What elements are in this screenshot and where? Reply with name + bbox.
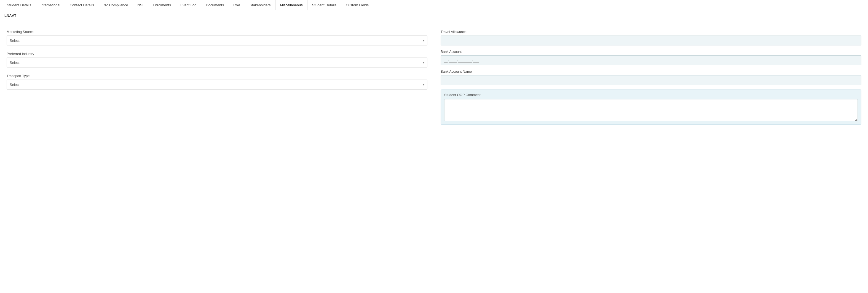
tab-international[interactable]: International [36, 0, 65, 10]
tab-student-details-1[interactable]: Student Details [2, 0, 36, 10]
student-oop-comment-section: Student OOP Comment [441, 89, 861, 125]
marketing-source-wrapper: Select ▾ [7, 36, 427, 45]
tab-event-log[interactable]: Event Log [176, 0, 201, 10]
tab-custom-fields[interactable]: Custom Fields [341, 0, 373, 10]
travel-allowance-label: Travel Allowance [441, 30, 861, 34]
transport-type-label: Transport Type [7, 74, 427, 78]
transport-type-wrapper: Select ▾ [7, 80, 427, 89]
student-oop-comment-label: Student OOP Comment [444, 93, 858, 97]
tab-contact-details[interactable]: Contact Details [65, 0, 99, 10]
preferred-industry-wrapper: Select ▾ [7, 58, 427, 68]
section-label: LNAAT [0, 10, 868, 21]
preferred-industry-label: Preferred Industry [7, 52, 427, 56]
travel-allowance-input[interactable] [441, 36, 861, 45]
tab-stakeholders[interactable]: Stakeholders [245, 0, 275, 10]
bank-account-input[interactable] [441, 56, 861, 65]
marketing-source-group: Marketing Source Select ▾ [7, 30, 427, 45]
tab-student-details-2[interactable]: Student Details [307, 0, 341, 10]
preferred-industry-select[interactable]: Select [7, 58, 427, 68]
student-oop-comment-textarea[interactable] [444, 99, 858, 121]
bank-account-name-label: Bank Account Name [441, 70, 861, 74]
travel-allowance-group: Travel Allowance [441, 30, 861, 45]
bank-account-name-input[interactable] [441, 75, 861, 85]
tab-miscellaneous[interactable]: Miscellaneous [275, 0, 307, 10]
left-column: Marketing Source Select ▾ Preferred Indu… [7, 30, 427, 125]
preferred-industry-group: Preferred Industry Select ▾ [7, 52, 427, 68]
tab-roa[interactable]: RoA [228, 0, 245, 10]
tab-navigation: Student Details International Contact De… [0, 0, 868, 10]
tab-documents[interactable]: Documents [201, 0, 228, 10]
right-column: Travel Allowance Bank Account Bank Accou… [441, 30, 861, 125]
transport-type-select[interactable]: Select [7, 80, 427, 89]
transport-type-group: Transport Type Select ▾ [7, 74, 427, 89]
tab-enrolments[interactable]: Enrolments [148, 0, 176, 10]
bank-account-label: Bank Account [441, 50, 861, 54]
tab-nsi[interactable]: NSI [133, 0, 148, 10]
main-content: Marketing Source Select ▾ Preferred Indu… [0, 21, 868, 134]
marketing-source-select[interactable]: Select [7, 36, 427, 45]
marketing-source-label: Marketing Source [7, 30, 427, 34]
bank-account-name-group: Bank Account Name [441, 70, 861, 85]
tab-nz-compliance[interactable]: NZ Compliance [99, 0, 133, 10]
bank-account-group: Bank Account [441, 50, 861, 65]
